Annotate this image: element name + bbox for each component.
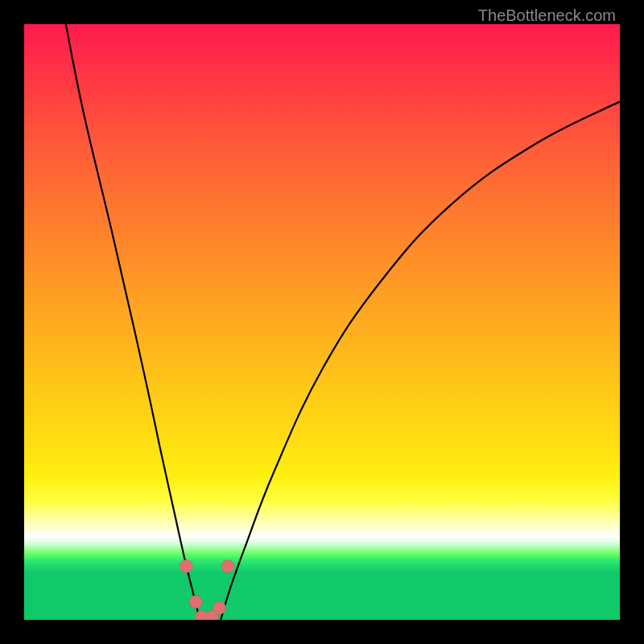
chart-area (24, 24, 620, 620)
marker-point (180, 559, 192, 572)
marker-points-group (180, 559, 234, 620)
left-descent-curve (66, 24, 200, 620)
right-ascent-curve (221, 101, 620, 620)
marker-point (213, 601, 226, 614)
marker-point (221, 559, 234, 572)
curve-overlay (24, 24, 620, 620)
marker-point (189, 596, 202, 609)
watermark-text: TheBottleneck.com (478, 6, 616, 25)
